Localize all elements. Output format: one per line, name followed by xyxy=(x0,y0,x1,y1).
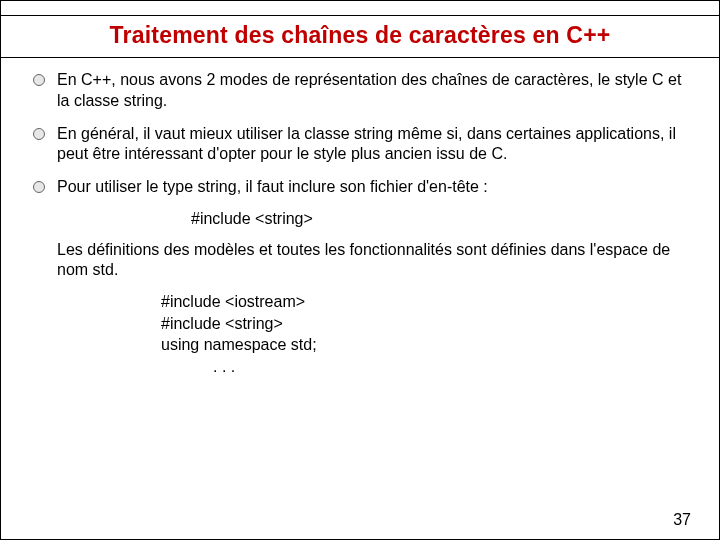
title-box: Traitement des chaînes de caractères en … xyxy=(1,15,719,58)
code-line: using namespace std; xyxy=(161,334,689,356)
bullet-item: En général, il vaut mieux utiliser la cl… xyxy=(31,118,689,172)
code-line: #include <iostream> xyxy=(161,291,689,313)
bullet-item: En C++, nous avons 2 modes de représenta… xyxy=(31,64,689,118)
code-line: #include <string> xyxy=(191,208,689,230)
code-line: #include <string> xyxy=(161,313,689,335)
slide-title: Traitement des chaînes de caractères en … xyxy=(11,22,709,49)
content-area: En C++, nous avons 2 modes de représenta… xyxy=(1,58,719,394)
paragraph: Les définitions des modèles et toutes le… xyxy=(57,236,689,288)
code-block-include-string: #include <string> xyxy=(191,208,689,230)
bullet-item: Pour utiliser le type string, il faut in… xyxy=(31,171,689,204)
slide: Traitement des chaînes de caractères en … xyxy=(0,0,720,540)
page-number: 37 xyxy=(673,511,691,529)
code-block-namespace: #include <iostream> #include <string> us… xyxy=(161,291,689,377)
bullet-list: En C++, nous avons 2 modes de représenta… xyxy=(31,64,689,204)
code-line: . . . xyxy=(161,356,689,378)
